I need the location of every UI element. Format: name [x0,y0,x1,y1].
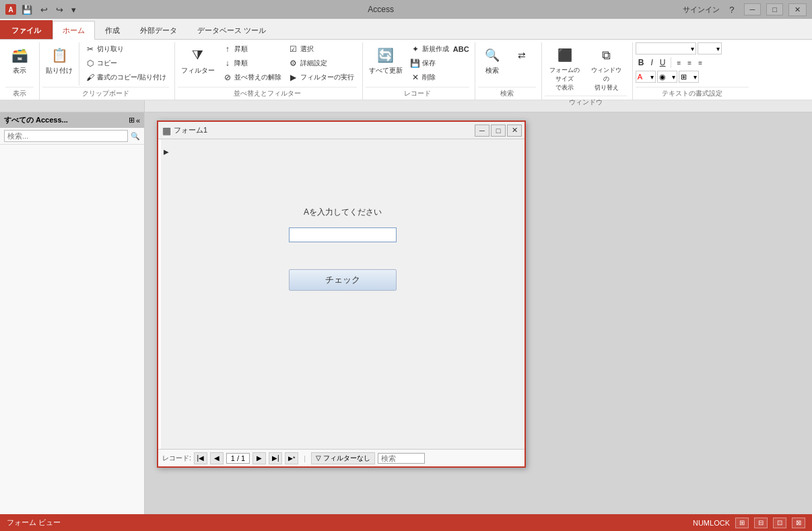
delete-icon: ✕ [410,72,421,83]
form-size-button[interactable]: ⬛ フォームのサイズ で表示 [545,42,585,94]
text-format-group-label: テキストの書式設定 [636,87,749,100]
replace-button[interactable]: ⇄ [508,42,536,68]
clipboard-col: ✂ 切り取り ⬡ コピー 🖌 書式のコピー/貼り付け [82,42,169,84]
tab-external[interactable]: 外部データ [130,20,187,39]
ribbon: ファイル ホーム 作成 外部データ データベース ツール 🗃️ 表示 表示 📋 … [0,19,812,100]
asc-button[interactable]: ↑ 昇順 [219,42,284,56]
align-left-button[interactable]: ≡ [674,58,683,68]
new-record-icon: ✦ [410,44,421,55]
nav-panel-header: すべての Access... ⊞ « [0,112,144,128]
filter-status-btn[interactable]: ▽ フィルターなし [311,452,375,464]
form-input-label: Aを入力してください [304,207,382,218]
tab-create[interactable]: 作成 [95,20,130,39]
nav-collapse-btn[interactable]: « [136,116,140,125]
filter-icon: ▽ [316,454,321,462]
nav-search-input[interactable] [4,130,128,142]
records-group-label: レコード [366,87,469,100]
signin-button[interactable]: サインイン [683,5,720,15]
italic-button[interactable]: I [648,57,655,69]
form-text-input[interactable] [289,227,397,242]
tab-file[interactable]: ファイル [0,20,53,39]
status-bar-right: NUMLOCK ⊞ ⊟ ⊡ ⊠ [693,518,805,528]
status-icon-4[interactable]: ⊠ [792,518,805,528]
text-sep [671,57,671,68]
tab-home[interactable]: ホーム [53,21,95,40]
save-quick-btn[interactable]: 💾 [19,3,35,16]
status-view-label: フォーム ビュー [7,518,61,528]
asc-icon: ↑ [222,44,233,55]
workspace: ▦ フォーム1 ─ □ ✕ ▶ Aを入力してください チェック レコード: | [145,112,812,515]
new-record-button[interactable]: ✦ 新規作成 [407,42,452,56]
clear-sort-button[interactable]: ⊘ 並べ替えの解除 [219,71,284,84]
form-icon: ▦ [162,125,171,136]
bold-button[interactable]: B [636,57,647,69]
copy-button[interactable]: ⬡ コピー [82,57,169,70]
switch-window-button[interactable]: ⧉ ウィンドウの 切り替え [586,42,627,94]
nav-options-btn[interactable]: ⊞ [129,116,135,125]
desc-button[interactable]: ↓ 降順 [219,57,284,70]
ribbon-group-text-format: ▾ ▾ B I U ≡ ≡ ≡ [633,42,754,100]
save-record-icon: 💾 [410,58,421,69]
execute-icon: ▶ [288,72,299,83]
undo-btn[interactable]: ↩ [38,3,50,16]
find-group-label: 検索 [478,87,536,100]
nav-prev-btn[interactable]: ◀ [210,452,224,464]
filter-button[interactable]: ⧩ フィルター [178,42,218,77]
view-button[interactable]: 🗃️ 表示 [5,42,34,77]
align-right-button[interactable]: ≡ [696,58,705,68]
records-col: ✦ 新規作成 💾 保存 ✕ 削除 [407,42,452,84]
form-size-icon: ⬛ [554,44,576,66]
sort-col: ↑ 昇順 ↓ 降順 ⊘ 並べ替えの解除 [219,42,284,84]
form-minimize-btn[interactable]: ─ [475,125,489,137]
form-title-text: フォーム1 [174,125,207,135]
ribbon-group-find: 🔍 検索 ⇄ 検索 [475,42,542,100]
form-content: ▶ Aを入力してください チェック [158,139,525,449]
form-restore-btn[interactable]: □ [491,125,506,137]
redo-btn[interactable]: ↪ [53,3,66,16]
form-window: ▦ フォーム1 ─ □ ✕ ▶ Aを入力してください チェック レコード: | [157,120,526,468]
minimize-button[interactable]: ─ [744,3,762,15]
font-color-dropdown[interactable]: A▾ [636,71,656,83]
advanced-icon: ⚙ [288,58,299,69]
select-button[interactable]: ☑ 選択 [285,42,357,56]
grid-lines-dropdown[interactable]: ⊞▾ [679,71,699,83]
nav-header-label: すべての Access... [4,115,68,125]
cut-button[interactable]: ✂ 切り取り [82,42,169,56]
nav-last-btn[interactable]: ▶| [269,452,282,464]
font-name-dropdown[interactable]: ▾ [636,42,696,55]
execute-filter-button[interactable]: ▶ フィルターの実行 [285,71,357,84]
save-record-button[interactable]: 💾 保存 [407,57,452,70]
nav-next-btn[interactable]: ▶ [252,452,266,464]
underline-button[interactable]: U [657,57,669,69]
nav-first-btn[interactable]: |◀ [194,452,207,464]
font-size-dropdown[interactable]: ▾ [698,42,722,55]
find-button[interactable]: 🔍 検索 [478,42,506,77]
restore-button[interactable]: □ [766,3,783,15]
refresh-all-button[interactable]: 🔄 すべて更新 [366,42,406,77]
nav-header-controls: ⊞ « [129,116,140,125]
form-search-input[interactable] [378,453,425,464]
delete-record-button[interactable]: ✕ 削除 [407,71,452,84]
status-icon-2[interactable]: ⊟ [754,518,768,528]
highlight-dropdown[interactable]: ◉▾ [657,71,677,83]
spell-icon: ABC [456,44,467,55]
paste-button[interactable]: 📋 貼り付け [42,42,76,77]
spell-button[interactable]: ABC [453,42,469,56]
tab-dbtools[interactable]: データベース ツール [187,20,276,39]
format-copy-button[interactable]: 🖌 書式のコピー/貼り付け [82,71,169,84]
form-close-btn[interactable]: ✕ [507,125,522,137]
select-icon: ☑ [288,44,299,55]
check-button[interactable]: チェック [289,269,397,291]
help-button[interactable]: ? [725,3,738,16]
close-button[interactable]: ✕ [788,3,807,16]
align-center-button[interactable]: ≡ [685,58,694,68]
view-group-label: 表示 [5,87,34,100]
advanced-button[interactable]: ⚙ 詳細設定 [285,57,357,70]
nav-new-record-btn[interactable]: ▶* [285,452,298,464]
format-paint-icon: 🖌 [85,72,96,83]
more-qa-btn[interactable]: ▾ [69,3,79,16]
status-icon-3[interactable]: ⊡ [773,518,786,528]
record-label: レコード: [162,454,191,463]
status-icon-1[interactable]: ⊞ [735,518,749,528]
filter-icon: ⧩ [187,44,209,66]
